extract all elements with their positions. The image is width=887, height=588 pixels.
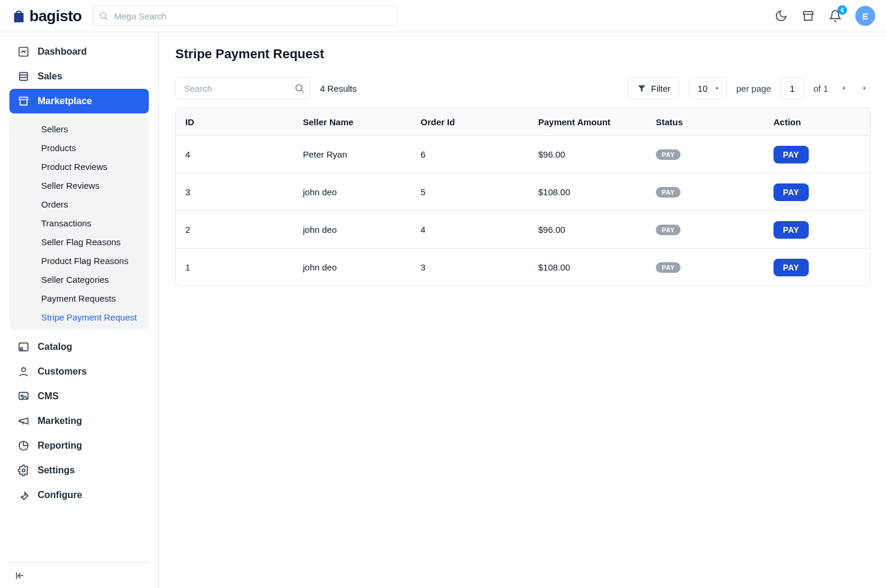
- search-input[interactable]: [175, 77, 311, 99]
- header-actions: 6 E: [774, 6, 875, 26]
- search-icon: [294, 83, 305, 93]
- sidebar-item-label: CMS: [38, 391, 59, 402]
- sidebar-item-label: Dashboard: [38, 46, 87, 57]
- cell-amount: $96.00: [529, 149, 646, 159]
- mega-search: [92, 6, 398, 26]
- sidebar-item-customers[interactable]: Customers: [9, 359, 149, 384]
- sub-item-label: Seller Categories: [41, 275, 109, 285]
- chevron-left-icon: [839, 84, 848, 92]
- col-status: Status: [646, 117, 764, 127]
- sidebar-item-label: Reporting: [38, 440, 82, 451]
- bag-icon: [12, 8, 26, 24]
- status-badge: PAY: [656, 187, 681, 198]
- catalog-icon: [18, 341, 29, 353]
- notifications-button[interactable]: 6: [828, 9, 842, 23]
- dark-mode-toggle[interactable]: [774, 9, 788, 23]
- sidebar-item-reporting[interactable]: Reporting: [9, 433, 149, 458]
- page-prev-button[interactable]: [838, 82, 849, 94]
- cell-order: 4: [411, 225, 529, 235]
- sidebar-item-catalog[interactable]: Catalog: [9, 335, 149, 359]
- svg-line-1: [105, 18, 107, 19]
- svg-point-16: [296, 85, 302, 91]
- sub-item-label: Seller Reviews: [41, 181, 99, 191]
- cell-action: PAY: [764, 146, 870, 163]
- chevron-right-icon: [861, 84, 869, 92]
- sub-item-stripe-payment-request[interactable]: Stripe Payment Request: [9, 308, 149, 326]
- filter-label: Filter: [651, 83, 671, 93]
- cell-seller: john deo: [294, 225, 411, 235]
- sub-item-transactions[interactable]: Transactions: [9, 213, 149, 232]
- storefront-link[interactable]: [801, 9, 815, 23]
- sub-item-label: Products: [41, 143, 76, 153]
- cell-action: PAY: [764, 221, 870, 239]
- cell-order: 6: [411, 149, 529, 159]
- sidebar-item-sales[interactable]: Sales: [9, 64, 149, 89]
- chevron-down-icon: [713, 85, 721, 92]
- user-avatar[interactable]: E: [855, 6, 875, 26]
- sidebar-item-configure[interactable]: Configure: [9, 483, 149, 507]
- col-seller-name: Seller Name: [294, 117, 411, 127]
- filter-icon: [637, 83, 646, 93]
- sub-item-orders[interactable]: Orders: [9, 195, 149, 213]
- sidebar-item-label: Configure: [38, 490, 82, 500]
- sub-item-label: Stripe Payment Request: [41, 312, 137, 322]
- cell-status: PAY: [646, 224, 764, 235]
- cell-id: 3: [176, 187, 294, 197]
- filter-button[interactable]: Filter: [628, 77, 679, 99]
- sidebar-item-cms[interactable]: CMS: [9, 384, 149, 409]
- cell-seller: john deo: [294, 187, 411, 197]
- collapse-icon: [14, 570, 26, 582]
- sub-item-product-flag-reasons[interactable]: Product Flag Reasons: [9, 251, 149, 270]
- cell-amount: $108.00: [529, 187, 646, 197]
- pay-button[interactable]: PAY: [773, 183, 809, 201]
- cell-id: 2: [176, 225, 294, 235]
- table-row: 4Peter Ryan6$96.00PAYPAY: [176, 135, 870, 173]
- pay-button[interactable]: PAY: [773, 259, 809, 276]
- svg-point-12: [22, 469, 25, 472]
- sub-item-sellers[interactable]: Sellers: [9, 119, 149, 138]
- sub-item-seller-categories[interactable]: Seller Categories: [9, 270, 149, 289]
- sub-item-payment-requests[interactable]: Payment Requests: [9, 289, 149, 308]
- sidebar-item-dashboard[interactable]: Dashboard: [9, 39, 149, 64]
- sub-item-seller-reviews[interactable]: Seller Reviews: [9, 176, 149, 195]
- configure-icon: [18, 489, 29, 501]
- settings-icon: [18, 465, 29, 476]
- marketplace-icon: [18, 95, 29, 107]
- svg-rect-3: [19, 72, 27, 80]
- pay-button[interactable]: PAY: [773, 221, 809, 239]
- status-badge: PAY: [656, 262, 681, 273]
- sidebar-item-label: Sales: [38, 71, 62, 82]
- table-header-row: ID Seller Name Order Id Payment Amount S…: [176, 108, 870, 135]
- page-size-select[interactable]: 10: [689, 77, 727, 99]
- page-size-value: 10: [698, 83, 708, 93]
- pay-button[interactable]: PAY: [773, 146, 809, 163]
- sidebar-item-marketing[interactable]: Marketing: [9, 409, 149, 433]
- page-next-button[interactable]: [859, 82, 871, 94]
- sidebar-item-marketplace[interactable]: Marketplace: [9, 89, 149, 113]
- sidebar-item-label: Marketing: [38, 416, 82, 426]
- col-id: ID: [176, 117, 294, 127]
- cell-seller: Peter Ryan: [294, 149, 411, 159]
- page-input[interactable]: [781, 77, 804, 99]
- collapse-sidebar-button[interactable]: [9, 562, 149, 588]
- sub-item-label: Orders: [41, 199, 68, 209]
- page-of-text: of 1: [813, 83, 828, 93]
- sub-item-seller-flag-reasons[interactable]: Seller Flag Reasons: [9, 232, 149, 251]
- svg-line-17: [301, 90, 303, 92]
- cell-seller: john deo: [294, 262, 411, 272]
- results-count: 4 Results: [320, 83, 357, 93]
- store-icon: [802, 9, 815, 22]
- sub-item-product-reviews[interactable]: Product Reviews: [9, 157, 149, 176]
- sub-item-products[interactable]: Products: [9, 138, 149, 157]
- moon-icon: [775, 9, 788, 22]
- brand-text: bagisto: [29, 7, 82, 25]
- sidebar-item-label: Customers: [38, 366, 87, 377]
- mega-search-input[interactable]: [92, 6, 398, 26]
- svg-point-0: [101, 13, 106, 18]
- cell-status: PAY: [646, 149, 764, 160]
- brand-logo[interactable]: bagisto: [12, 7, 82, 25]
- cell-id: 4: [176, 149, 294, 159]
- col-action: Action: [764, 117, 870, 127]
- cell-order: 5: [411, 187, 529, 197]
- sidebar-item-settings[interactable]: Settings: [9, 458, 149, 483]
